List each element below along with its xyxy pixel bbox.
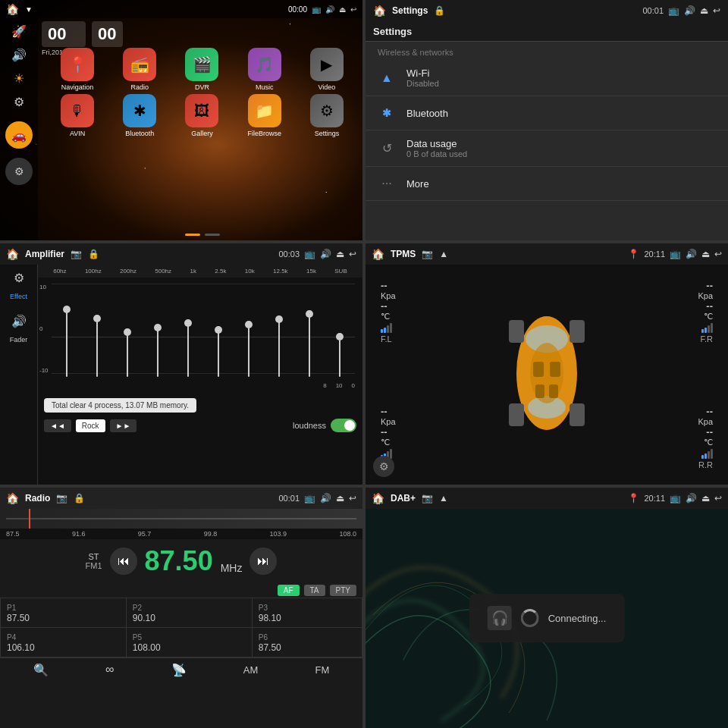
preset-p5[interactable]: P5108.00	[126, 627, 252, 657]
tpms-time: 20:11	[644, 249, 665, 259]
tpms-settings-btn[interactable]: ⚙	[373, 456, 394, 477]
preset-p1[interactable]: P187.50	[1, 598, 127, 627]
app-music[interactable]: 🎵 Music	[235, 48, 294, 91]
svg-rect-6	[570, 403, 585, 426]
radio-bt-icon[interactable]: ∞	[105, 663, 114, 676]
back-icon[interactable]: ↩	[350, 5, 356, 14]
effect-label[interactable]: Effect	[10, 293, 27, 300]
home-icon[interactable]: 🏠	[6, 3, 19, 15]
dab-vol-icon: 🔊	[686, 493, 697, 504]
radio-antenna-icon[interactable]: 📡	[171, 663, 187, 677]
radio-tag-af[interactable]: AF	[278, 585, 300, 596]
car-svg	[494, 297, 600, 449]
slider-2k5[interactable]	[218, 287, 219, 377]
settings-wifi-text: Wi-Fi Disabled	[406, 67, 439, 88]
screen-icon: 📺	[312, 5, 321, 14]
settings-item-more[interactable]: ··· More	[366, 167, 728, 201]
scale-10: 10	[39, 284, 49, 290]
settings-item-data[interactable]: ↺ Data usage 0 B of data used	[366, 130, 728, 167]
sidebar-brightness-icon[interactable]: ☀	[14, 71, 24, 86]
fader-label[interactable]: Fader	[10, 336, 28, 344]
slider-15k[interactable]	[309, 287, 310, 377]
amp-home-icon[interactable]: 🏠	[6, 248, 19, 260]
radio-back-icon[interactable]: ↩	[349, 493, 356, 504]
slider-10k[interactable]	[248, 287, 249, 377]
tpms-back-icon[interactable]: ↩	[714, 249, 722, 259]
slider-1k[interactable]	[187, 287, 189, 377]
app-video[interactable]: ▶ Video	[297, 48, 356, 91]
amplifier-sidebar: ⚙ Effect 🔊 Fader	[0, 265, 38, 484]
tire-fl-temp: ℃	[381, 312, 396, 322]
loudness-toggle[interactable]	[331, 419, 356, 432]
sidebar-eq-icon[interactable]: ⚙	[14, 95, 24, 109]
app-bluetooth[interactable]: ✱ Bluetooth	[110, 94, 169, 137]
radio-tag-ta[interactable]: TA	[304, 585, 325, 596]
amp-vol-btn[interactable]: 🔊	[11, 314, 27, 328]
dab-back-icon[interactable]: ↩	[714, 493, 722, 504]
slider-60hz[interactable]	[66, 287, 67, 377]
settings-screen-icon: 📺	[668, 5, 679, 16]
radio-fm-btn[interactable]: FM	[315, 664, 330, 676]
current-preset-btn[interactable]: Rock	[76, 419, 105, 432]
slider-100hz[interactable]	[96, 287, 98, 377]
app-avin-label: AVIN	[70, 130, 85, 137]
app-dvr-label: DVR	[195, 83, 209, 91]
preset-p3[interactable]: P398.10	[252, 598, 362, 627]
tire-rr-signal	[698, 449, 713, 459]
radio-home-icon[interactable]: 🏠	[6, 492, 19, 504]
svg-rect-5	[509, 403, 524, 426]
settings-item-bluetooth[interactable]: ✱ Bluetooth	[366, 96, 728, 130]
tire-fl: -- Kpa -- ℃ F.L	[381, 280, 396, 344]
amp-title: Amplifier	[25, 249, 64, 259]
amplifier-header: 🏠 Amplifier 📷 🔒 00:03 📺 🔊 ⏏ ↩	[0, 243, 362, 265]
sidebar-circle-btn[interactable]: ⚙	[5, 158, 33, 185]
tpms-home-icon[interactable]: 🏠	[372, 248, 384, 260]
tire-rl-dash2: --	[381, 426, 396, 438]
app-dvr[interactable]: 🎬 DVR	[172, 48, 231, 91]
freq-103: 103.9	[270, 530, 287, 538]
freq-scale-bar	[0, 509, 362, 529]
app-settings[interactable]: ⚙ Settings	[297, 94, 356, 137]
app-filebrowse[interactable]: 📁 FileBrowse	[235, 94, 294, 137]
radio-next-btn[interactable]: ⏭	[249, 548, 277, 575]
home-page-dots	[42, 234, 362, 236]
svg-rect-8	[533, 362, 544, 377]
slider-500hz[interactable]	[157, 287, 158, 377]
slider-12k5[interactable]	[278, 287, 280, 377]
radio-tag-pty[interactable]: PTY	[330, 585, 356, 596]
sidebar-active-btn[interactable]: 🚗	[5, 121, 33, 149]
scale-10b: 10	[336, 382, 343, 389]
app-avin[interactable]: 🎙 AVIN	[48, 94, 107, 137]
freq-15k: 15k	[306, 268, 316, 275]
prev-preset-btn[interactable]: ◄◄	[44, 419, 71, 432]
radio-search-icon[interactable]: 🔍	[33, 663, 49, 677]
next-preset-btn[interactable]: ►►	[110, 419, 137, 432]
preset-p2[interactable]: P290.10	[126, 598, 252, 627]
radio-prev-btn[interactable]: ⏮	[110, 548, 137, 575]
amp-back-icon[interactable]: ↩	[349, 249, 356, 259]
settings-item-wifi[interactable]: ▲ Wi-Fi Disabled	[366, 60, 728, 96]
effect-icon[interactable]: ⚙	[14, 271, 24, 285]
slider-200hz[interactable]	[127, 287, 128, 377]
eq-sliders	[52, 287, 355, 377]
more-icon: ···	[378, 174, 396, 193]
settings-home-icon[interactable]: 🏠	[373, 5, 386, 17]
preset-p4[interactable]: P4106.10	[1, 627, 127, 657]
slider-sub[interactable]	[339, 287, 340, 377]
radio-am-btn[interactable]: AM	[243, 664, 259, 676]
wifi-name: Wi-Fi	[406, 67, 439, 79]
app-radio[interactable]: 📻 Radio	[110, 48, 169, 91]
status-bar-left: 🏠 ▼	[6, 3, 33, 15]
settings-back-icon[interactable]: ↩	[713, 5, 720, 16]
tpms-wifi-icon: ▲	[439, 249, 448, 259]
app-navigation[interactable]: 📍 Navigation	[48, 48, 107, 91]
preset-p6[interactable]: P687.50	[252, 627, 362, 657]
app-gallery[interactable]: 🖼 Gallery	[172, 94, 231, 137]
sidebar-rocket-icon[interactable]: 🚀	[11, 24, 27, 39]
app-gallery-label: Gallery	[191, 130, 213, 137]
sidebar-volume-icon[interactable]: 🔊	[11, 48, 27, 62]
panel-home: 🏠 ▼ 00:00 📺 🔊 ⏏ ↩ 🚀 🔊 ☀ ⚙ 🚗 ⚙	[0, 0, 362, 240]
app-gallery-icon: 🖼	[185, 94, 218, 127]
svg-rect-9	[550, 362, 560, 377]
dab-home-icon[interactable]: 🏠	[372, 492, 384, 504]
